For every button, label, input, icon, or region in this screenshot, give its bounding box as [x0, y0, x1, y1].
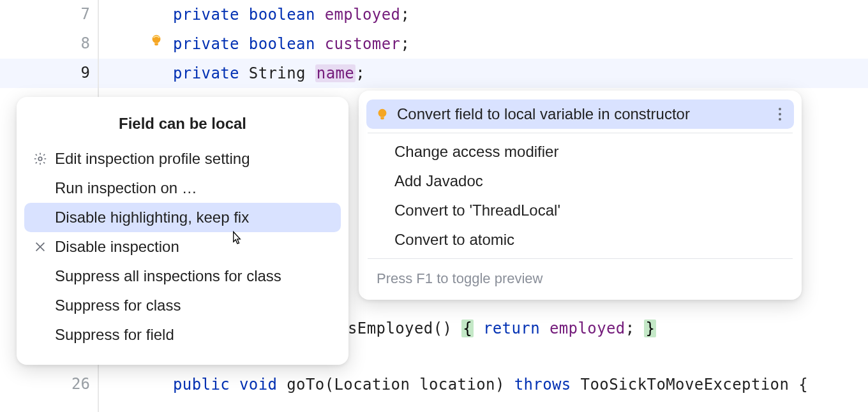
keyword: void: [239, 376, 277, 394]
code-line[interactable]: private boolean customer;: [99, 29, 868, 59]
intention-item-change-access[interactable]: Change access modifier: [359, 137, 802, 166]
svg-point-2: [38, 157, 42, 161]
divider: [368, 133, 793, 133]
keyword: return: [483, 320, 540, 337]
inspection-item-run-on[interactable]: Run inspection on …: [17, 173, 348, 203]
brace: {: [461, 320, 474, 337]
inspection-item-edit-setting[interactable]: Edit inspection profile setting: [17, 144, 348, 173]
keyword: private: [173, 64, 239, 82]
gear-icon: [33, 152, 55, 166]
inspection-item-label: Edit inspection profile setting: [55, 150, 250, 168]
keyword: throws: [514, 376, 571, 394]
intention-item-label: Convert to atomic: [394, 231, 514, 249]
field-name: employed: [550, 320, 625, 337]
inspection-item-label: Disable highlighting, keep fix: [55, 209, 249, 226]
intention-item-label: Add Javadoc: [394, 172, 483, 190]
inspection-item-disable-inspection[interactable]: Disable inspection: [17, 232, 348, 261]
field-name: customer: [325, 35, 401, 53]
inspection-item-suppress-class[interactable]: Suppress for class: [17, 291, 348, 320]
intention-item-label: Convert to 'ThreadLocal': [394, 202, 560, 219]
inspection-options-popup: Field can be local Edit inspection profi…: [17, 97, 348, 365]
lightbulb-icon: [375, 107, 397, 121]
inspection-item-label: Run inspection on …: [55, 179, 197, 197]
intention-item-convert-threadlocal[interactable]: Convert to 'ThreadLocal': [359, 196, 802, 225]
line-number: 26: [71, 375, 90, 393]
keyword: private: [173, 35, 239, 53]
intention-bulb-icon[interactable]: [149, 33, 165, 48]
field-name-highlighted: name: [315, 64, 355, 82]
inspection-item-disable-highlighting[interactable]: Disable highlighting, keep fix: [24, 203, 341, 232]
code-line[interactable]: sEmployed() { return employed; }: [348, 314, 868, 343]
intention-actions-popup: Convert field to local variable in const…: [359, 91, 802, 300]
code-editor-area: 7 8 9 26 private boolean employed; priva…: [0, 0, 868, 412]
method: sEmployed(): [348, 320, 461, 337]
intention-item-convert-local[interactable]: Convert field to local variable in const…: [366, 99, 794, 129]
lightbulb-icon: [149, 33, 163, 47]
type: String: [249, 64, 306, 82]
code-line[interactable]: public void goTo(Location location) thro…: [99, 370, 868, 399]
inspection-item-label: Suppress for class: [55, 297, 181, 314]
code-line[interactable]: private boolean employed;: [99, 0, 868, 29]
code-line-current[interactable]: private String name;: [99, 59, 868, 88]
inspection-item-label: Disable inspection: [55, 238, 179, 256]
preview-hint: Press F1 to toggle preview: [359, 263, 802, 290]
line-number: 8: [81, 34, 90, 52]
line-number: 7: [81, 5, 90, 23]
method: goTo: [287, 376, 324, 394]
intention-item-label: Change access modifier: [394, 143, 558, 161]
pointer-cursor-icon: [228, 230, 246, 250]
intention-item-add-javadoc[interactable]: Add Javadoc: [359, 166, 802, 196]
svg-point-1: [378, 109, 387, 117]
keyword: public: [173, 376, 230, 394]
brace: }: [644, 320, 656, 337]
divider: [368, 258, 793, 259]
keyword: private: [173, 6, 239, 24]
line-number-current: 9: [81, 64, 90, 82]
more-options-icon[interactable]: [772, 107, 788, 122]
inspection-item-suppress-field[interactable]: Suppress for field: [17, 320, 348, 349]
popup-title: Field can be local: [17, 108, 348, 144]
inspection-item-suppress-all-class[interactable]: Suppress all inspections for class: [17, 261, 348, 291]
type: boolean: [249, 6, 315, 24]
inspection-item-label: Suppress for field: [55, 326, 174, 344]
inspection-item-label: Suppress all inspections for class: [55, 267, 281, 285]
type: boolean: [249, 35, 315, 53]
close-icon: [33, 240, 55, 254]
field-name: employed: [325, 6, 401, 24]
intention-item-convert-atomic[interactable]: Convert to atomic: [359, 225, 802, 254]
intention-item-label: Convert field to local variable in const…: [397, 105, 690, 123]
